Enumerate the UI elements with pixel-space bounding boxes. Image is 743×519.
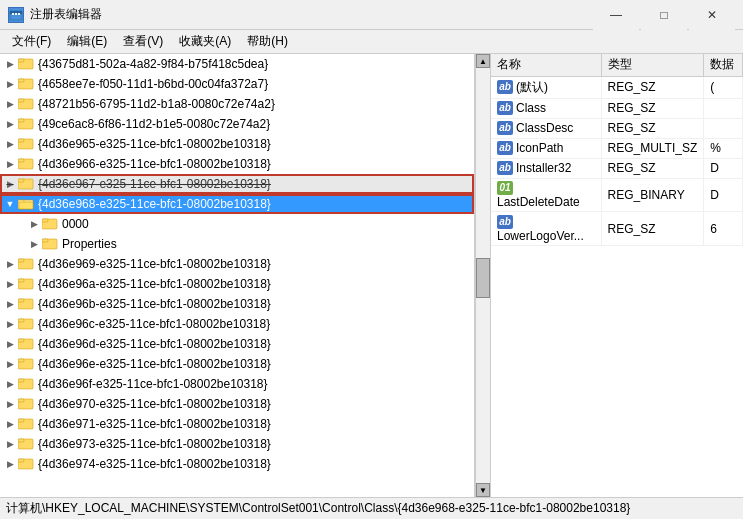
expand-icon[interactable]: ▶ (4, 456, 16, 472)
app-icon (8, 7, 24, 23)
tree-item[interactable]: ▶ {4d36e96a-e325-11ce-bfc1-08002be10318} (0, 274, 474, 294)
menu-view[interactable]: 查看(V) (115, 30, 171, 53)
tree-item-label: {4658ee7e-f050-11d1-b6bd-00c04fa372a7} (38, 77, 268, 91)
tree-item[interactable]: ▶ 0000 (0, 214, 474, 234)
maximize-button[interactable]: □ (641, 0, 687, 30)
scroll-up-button[interactable]: ▲ (476, 54, 490, 68)
col-header-type: 类型 (601, 54, 704, 76)
tree-item[interactable]: ▶ {4d36e973-e325-11ce-bfc1-08002be10318} (0, 434, 474, 454)
expand-icon[interactable]: ▶ (28, 216, 40, 232)
tree-item-label: {4d36e973-e325-11ce-bfc1-08002be10318} (38, 437, 271, 451)
expand-icon[interactable]: ▶ (4, 416, 16, 432)
tree-item[interactable]: ▶ {4d36e974-e325-11ce-bfc1-08002be10318} (0, 454, 474, 474)
tree-item[interactable]: ▶ {4d36e970-e325-11ce-bfc1-08002be10318} (0, 394, 474, 414)
svg-rect-25 (42, 239, 48, 242)
svg-rect-4 (18, 13, 20, 15)
tree-item-label: {4d36e974-e325-11ce-bfc1-08002be10318} (38, 457, 271, 471)
tree-item[interactable]: ▶ {4d36e965-e325-11ce-bfc1-08002be10318} (0, 134, 474, 154)
tree-item-label: {43675d81-502a-4a82-9f84-b75f418c5dea} (38, 57, 268, 71)
col-header-data: 数据 (704, 54, 743, 76)
table-row[interactable]: ab(默认)REG_SZ( (491, 76, 743, 98)
expand-icon[interactable]: ▼ (4, 196, 16, 212)
expand-icon[interactable]: ▶ (4, 296, 16, 312)
expand-icon[interactable]: ▶ (4, 176, 16, 192)
folder-icon (18, 116, 34, 133)
tree-item[interactable]: ▶ {48721b56-6795-11d2-b1a8-0080c72e74a2} (0, 94, 474, 114)
scroll-down-button[interactable]: ▼ (476, 483, 490, 497)
menu-favorites[interactable]: 收藏夹(A) (171, 30, 239, 53)
folder-icon (18, 376, 34, 393)
tree-item[interactable]: ▼ {4d36e968-e325-11ce-bfc1-08002be10318} (0, 194, 474, 214)
tree-item[interactable]: ▶ {4d36e96c-e325-11ce-bfc1-08002be10318} (0, 314, 474, 334)
tree-item[interactable]: ▶ {4d36e96b-e325-11ce-bfc1-08002be10318} (0, 294, 474, 314)
tree-item[interactable]: ▶ {4d36e971-e325-11ce-bfc1-08002be10318} (0, 414, 474, 434)
table-row[interactable]: abClassDescREG_SZ (491, 118, 743, 138)
tree-item[interactable]: ▶ {4d36e96e-e325-11ce-bfc1-08002be10318} (0, 354, 474, 374)
status-text: 计算机\HKEY_LOCAL_MACHINE\SYSTEM\ControlSet… (6, 500, 630, 517)
folder-icon (18, 56, 34, 73)
tree-item[interactable]: ▶ Properties (0, 234, 474, 254)
menu-help[interactable]: 帮助(H) (239, 30, 296, 53)
svg-rect-10 (18, 99, 24, 102)
tree-item[interactable]: ▶ {4d36e966-e325-11ce-bfc1-08002be10318} (0, 154, 474, 174)
registry-name-cell: abClassDesc (491, 118, 601, 138)
folder-icon (18, 196, 34, 213)
expand-icon[interactable]: ▶ (4, 276, 16, 292)
registry-table-container[interactable]: 名称 类型 数据 ab(默认)REG_SZ(abClassREG_SZabCla… (491, 54, 743, 497)
registry-entry-name: (默认) (516, 80, 548, 94)
expand-icon[interactable]: ▶ (4, 136, 16, 152)
table-row[interactable]: abIconPathREG_MULTI_SZ% (491, 138, 743, 158)
expand-icon[interactable]: ▶ (4, 316, 16, 332)
registry-data-cell: ( (704, 76, 743, 98)
expand-icon[interactable]: ▶ (4, 156, 16, 172)
table-row[interactable]: 01LastDeleteDateREG_BINARYD (491, 178, 743, 212)
menu-file[interactable]: 文件(F) (4, 30, 59, 53)
tree-item[interactable]: ▶ {49ce6ac8-6f86-11d2-b1e5-0080c72e74a2} (0, 114, 474, 134)
col-header-name: 名称 (491, 54, 601, 76)
tree-item[interactable]: ▶ {4d36e96d-e325-11ce-bfc1-08002be10318} (0, 334, 474, 354)
expand-icon[interactable]: ▶ (4, 56, 16, 72)
tree-item[interactable]: ▶ {43675d81-502a-4a82-9f84-b75f418c5dea} (0, 54, 474, 74)
tree-item[interactable]: ▶ {4d36e969-e325-11ce-bfc1-08002be10318} (0, 254, 474, 274)
svg-rect-2 (12, 13, 14, 15)
svg-rect-39 (18, 379, 24, 382)
tree-item-label: 0000 (62, 217, 89, 231)
registry-name-cell: abIconPath (491, 138, 601, 158)
expand-icon[interactable]: ▶ (4, 356, 16, 372)
title-bar: 注册表编辑器 — □ ✕ (0, 0, 743, 30)
folder-icon (18, 296, 34, 313)
expand-icon[interactable]: ▶ (4, 436, 16, 452)
menu-edit[interactable]: 编辑(E) (59, 30, 115, 53)
minimize-button[interactable]: — (593, 0, 639, 30)
expand-icon[interactable]: ▶ (4, 96, 16, 112)
folder-icon (18, 136, 34, 153)
tree-panel[interactable]: ▶ {43675d81-502a-4a82-9f84-b75f418c5dea}… (0, 54, 475, 497)
expand-icon[interactable]: ▶ (4, 76, 16, 92)
folder-icon (18, 356, 34, 373)
expand-icon[interactable]: ▶ (4, 376, 16, 392)
folder-icon (18, 156, 34, 173)
tree-scrollbar[interactable]: ▲ ▼ (475, 54, 491, 497)
folder-icon (18, 256, 34, 273)
tree-item[interactable]: ▶ {4d36e967-e325-11ce-bfc1-08002be10318} (0, 174, 474, 194)
svg-rect-29 (18, 279, 24, 282)
tree-item-label: {4d36e96f-e325-11ce-bfc1-08002be10318} (38, 377, 268, 391)
expand-icon[interactable]: ▶ (4, 256, 16, 272)
table-row[interactable]: abInstaller32REG_SZD (491, 158, 743, 178)
svg-rect-37 (18, 359, 24, 362)
svg-rect-21 (19, 202, 33, 209)
expand-icon[interactable]: ▶ (4, 336, 16, 352)
scroll-thumb[interactable] (476, 258, 490, 298)
folder-icon (42, 236, 58, 253)
tree-item[interactable]: ▶ {4d36e96f-e325-11ce-bfc1-08002be10318} (0, 374, 474, 394)
svg-rect-31 (18, 299, 24, 302)
table-row[interactable]: abLowerLogoVer...REG_SZ6 (491, 212, 743, 246)
expand-icon[interactable]: ▶ (4, 116, 16, 132)
folder-icon (18, 436, 34, 453)
table-row[interactable]: abClassREG_SZ (491, 98, 743, 118)
expand-icon[interactable]: ▶ (28, 236, 40, 252)
svg-rect-16 (18, 159, 24, 162)
tree-item[interactable]: ▶ {4658ee7e-f050-11d1-b6bd-00c04fa372a7} (0, 74, 474, 94)
expand-icon[interactable]: ▶ (4, 396, 16, 412)
close-button[interactable]: ✕ (689, 0, 735, 30)
